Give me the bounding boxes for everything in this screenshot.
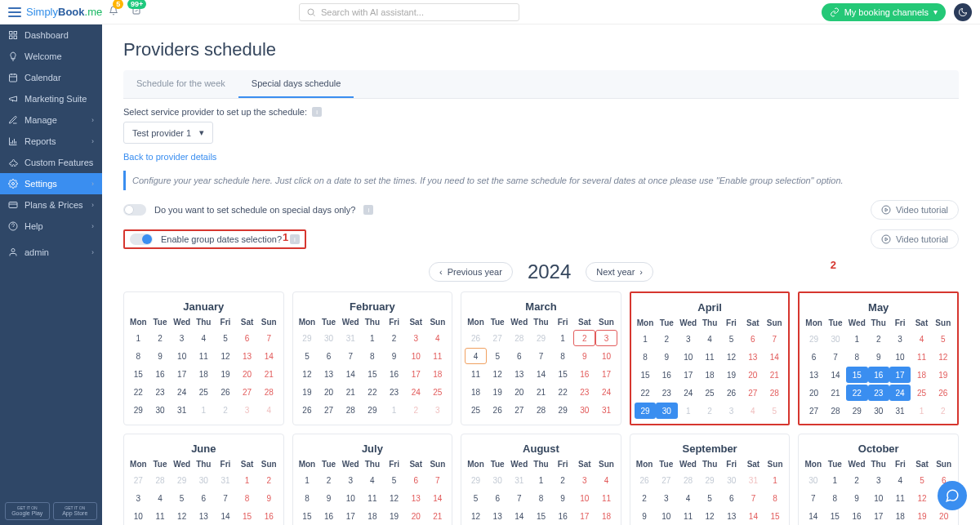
back-link[interactable]: Back to provider details	[123, 152, 216, 162]
day-cell[interactable]: 15	[127, 366, 149, 382]
day-cell[interactable]: 13	[405, 490, 427, 506]
day-cell[interactable]: 1	[764, 472, 786, 488]
day-cell[interactable]: 26	[720, 385, 742, 401]
day-cell[interactable]: 29	[127, 402, 149, 418]
day-cell[interactable]: 4	[193, 330, 215, 346]
day-cell[interactable]: 11	[677, 508, 699, 524]
day-cell[interactable]: 16	[552, 508, 574, 524]
day-cell[interactable]: 5	[933, 331, 954, 347]
day-cell[interactable]: 9	[552, 490, 574, 506]
day-muted[interactable]: 30	[193, 472, 215, 488]
sidebar-item-manage[interactable]: Manage›	[0, 109, 102, 131]
day-cell[interactable]: 5	[720, 331, 742, 347]
day-cell[interactable]: 14	[802, 508, 824, 524]
tab-week[interactable]: Schedule for the week	[123, 70, 238, 98]
day-cell[interactable]: 28	[825, 403, 846, 419]
day-muted[interactable]: 1	[193, 402, 215, 418]
day-cell[interactable]: 3	[655, 490, 677, 506]
day-cell[interactable]: 7	[742, 490, 764, 506]
sidebar-item-help[interactable]: Help›	[0, 216, 102, 237]
day-cell[interactable]: 6	[405, 472, 427, 488]
day-cell[interactable]: 27	[509, 402, 531, 418]
day-cell[interactable]: 23	[573, 384, 595, 400]
day-muted[interactable]: 3	[720, 403, 742, 419]
day-muted[interactable]: 2	[405, 402, 427, 418]
day-cell[interactable]: 7	[258, 330, 280, 346]
day-cell[interactable]: 4	[889, 472, 911, 488]
day-cell[interactable]: 18	[193, 366, 215, 382]
day-cell[interactable]: 2	[656, 331, 677, 347]
day-cell[interactable]: 30	[656, 403, 677, 419]
day-cell[interactable]: 6	[487, 490, 509, 506]
day-cell[interactable]: 28	[258, 384, 280, 400]
day-cell[interactable]: 21	[258, 366, 280, 382]
day-cell[interactable]: 15	[764, 508, 786, 524]
day-cell[interactable]: 6	[236, 330, 258, 346]
day-cell[interactable]: 16	[383, 366, 405, 382]
day-cell[interactable]: 4	[362, 472, 384, 488]
day-muted[interactable]: 31	[742, 472, 764, 488]
day-cell[interactable]: 1	[236, 472, 258, 488]
day-cell[interactable]: 9	[634, 508, 656, 524]
day-cell[interactable]: 22	[846, 385, 867, 401]
day-muted[interactable]: 30	[720, 472, 742, 488]
day-muted[interactable]: 28	[149, 472, 172, 488]
day-muted[interactable]: 4	[258, 402, 280, 418]
day-cell[interactable]: 21	[825, 385, 846, 401]
day-muted[interactable]: 2	[215, 402, 237, 418]
day-cell[interactable]: 17	[595, 366, 617, 382]
day-muted[interactable]: 29	[803, 331, 824, 347]
info-icon[interactable]: i	[363, 205, 373, 215]
day-cell[interactable]: 4	[149, 490, 172, 506]
day-cell[interactable]: 12	[699, 508, 721, 524]
day-muted[interactable]: 5	[764, 403, 785, 419]
day-cell[interactable]: 8	[530, 490, 552, 506]
day-cell[interactable]: 13	[236, 348, 258, 364]
day-cell[interactable]: 10	[127, 508, 149, 524]
day-cell[interactable]: 25	[427, 384, 449, 400]
day-cell[interactable]: 3	[340, 472, 362, 488]
day-cell[interactable]: 15	[236, 508, 258, 524]
day-cell[interactable]: 5	[383, 472, 405, 488]
day-cell[interactable]: 24	[171, 384, 193, 400]
sidebar-item-calendar[interactable]: Calendar	[0, 67, 102, 88]
sidebar-item-plans-prices[interactable]: Plans & Prices›	[0, 194, 102, 216]
day-cell[interactable]: 23	[656, 385, 677, 401]
day-muted[interactable]: 1	[678, 403, 699, 419]
day-cell[interactable]: 28	[340, 402, 362, 418]
day-muted[interactable]: 2	[933, 403, 954, 419]
day-cell[interactable]: 13	[487, 508, 509, 524]
day-cell[interactable]: 28	[530, 402, 552, 418]
day-cell[interactable]: 29	[846, 403, 867, 419]
day-cell[interactable]: 11	[699, 349, 720, 365]
day-cell[interactable]: 9	[846, 490, 868, 506]
day-cell[interactable]: 17	[405, 366, 427, 382]
day-cell[interactable]: 20	[509, 384, 531, 400]
day-cell[interactable]: 19	[720, 367, 742, 383]
day-cell[interactable]: 12	[911, 490, 933, 506]
sidebar-item-reports[interactable]: Reports›	[0, 131, 102, 152]
day-muted[interactable]: 31	[340, 330, 362, 346]
search-input[interactable]: Search with AI assistant...	[299, 3, 519, 21]
day-cell[interactable]: 17	[573, 508, 595, 524]
day-cell[interactable]: 30	[573, 402, 595, 418]
day-cell[interactable]: 16	[868, 367, 889, 383]
day-cell[interactable]: 1	[824, 472, 846, 488]
day-muted[interactable]: 29	[465, 472, 487, 488]
day-muted[interactable]: 27	[127, 472, 149, 488]
day-cell[interactable]: 4	[427, 330, 449, 346]
day-cell[interactable]: 27	[803, 403, 824, 419]
day-cell[interactable]: 4	[911, 331, 932, 347]
day-cell[interactable]: 5	[215, 330, 237, 346]
day-cell[interactable]: 13	[193, 508, 215, 524]
day-cell[interactable]: 16	[258, 508, 280, 524]
day-cell[interactable]: 30	[149, 402, 172, 418]
day-cell[interactable]: 13	[509, 366, 531, 382]
day-cell[interactable]: 27	[318, 402, 340, 418]
day-cell[interactable]: 6	[318, 348, 340, 364]
day-cell[interactable]: 3	[889, 331, 911, 347]
day-cell[interactable]: 1	[296, 472, 318, 488]
day-cell[interactable]: 13	[742, 349, 764, 365]
day-cell[interactable]: 24	[405, 384, 427, 400]
day-cell[interactable]: 16	[149, 366, 172, 382]
